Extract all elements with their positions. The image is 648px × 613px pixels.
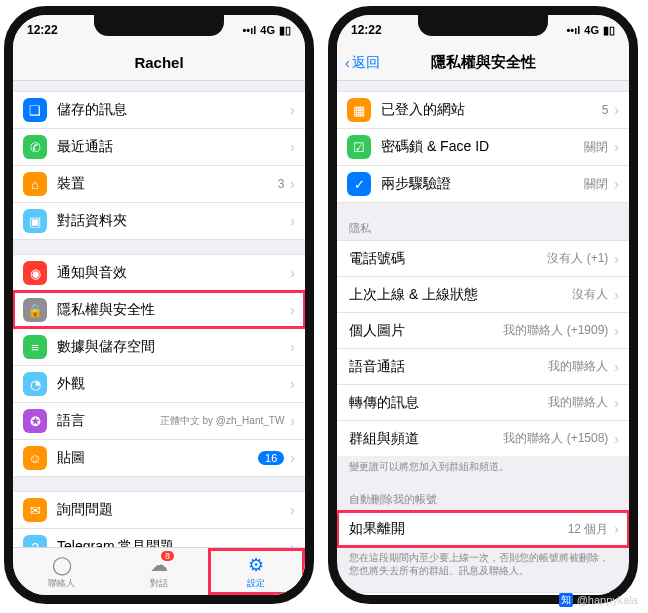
zhihu-icon: 知 (559, 593, 573, 607)
faq-icon: ? (23, 535, 47, 547)
lock-icon: 🔒 (23, 298, 47, 322)
page-title: Rachel (134, 54, 183, 71)
row-ask-question[interactable]: ✉ 詢問問題 › (13, 491, 305, 528)
row-label: 語音通話 (349, 358, 548, 376)
row-phone-number[interactable]: 電話號碼 沒有人 (+1) › (337, 240, 629, 276)
row-label: 對話資料夾 (57, 212, 290, 230)
row-profile-photo[interactable]: 個人圖片 我的聯絡人 (+1909) › (337, 312, 629, 348)
settings-group: ◉ 通知與音效 › 🔒 隱私權與安全性 › ≡ 數據與儲存空間 › ◔ 外觀 ›… (13, 254, 305, 477)
row-label: 如果離開 (349, 520, 568, 538)
row-passcode[interactable]: ☑ 密碼鎖 & Face ID 關閉 › (337, 128, 629, 165)
row-label: 數據與儲存空間 (57, 338, 290, 356)
chevron-right-icon: › (614, 139, 619, 155)
row-recent-calls[interactable]: ✆ 最近通話 › (13, 128, 305, 165)
row-saved-messages[interactable]: ❑ 儲存的訊息 › (13, 91, 305, 128)
row-notifications[interactable]: ◉ 通知與音效 › (13, 254, 305, 291)
row-detail: 關閉 (584, 139, 608, 156)
chevron-right-icon: › (614, 176, 619, 192)
row-detail: 沒有人 (572, 286, 608, 303)
chevron-right-icon: › (290, 502, 295, 518)
tab-chats[interactable]: ☁ 8 對話 (110, 548, 207, 595)
privacy-list[interactable]: ▦ 已登入的網站 5 › ☑ 密碼鎖 & Face ID 關閉 › ✓ 兩步驟驗… (337, 81, 629, 595)
contacts-icon: ◯ (52, 554, 72, 576)
row-label: 通知與音效 (57, 264, 290, 282)
back-label: 返回 (352, 54, 380, 72)
row-label: 群組與頻道 (349, 430, 503, 448)
chevron-left-icon: ‹ (345, 55, 350, 71)
row-detail: 關閉 (584, 176, 608, 193)
row-language[interactable]: ✪ 語言 正體中文 by @zh_Hant_TW › (13, 402, 305, 439)
network-label: 4G (584, 24, 599, 36)
phone-icon: ✆ (23, 135, 47, 159)
row-detail: 我的聯絡人 (+1909) (503, 322, 608, 339)
sticker-icon: ☺ (23, 446, 47, 470)
bookmark-icon: ❑ (23, 98, 47, 122)
row-label: 個人圖片 (349, 322, 503, 340)
settings-group: ✉ 詢問問題 › ? Telegram 常見問題 › ★ 功能特色 › (13, 491, 305, 547)
row-label: Telegram 常見問題 (57, 538, 290, 547)
chevron-right-icon: › (290, 376, 295, 392)
group-footer: 您在這段期間內至少要上線一次，否則您的帳號將被刪除，您也將失去所有的群組、訊息及… (337, 547, 629, 578)
row-label: 兩步驟驗證 (381, 175, 584, 193)
row-detail: 我的聯絡人 (548, 394, 608, 411)
row-last-seen[interactable]: 上次上線 & 上線狀態 沒有人 › (337, 276, 629, 312)
row-data-storage[interactable]: ≡ 數據與儲存空間 › (13, 328, 305, 365)
phone-right: 12:22 ••ıl 4G ▮▯ ‹ 返回 隱私權與安全性 ▦ 已登入的網站 5… (328, 6, 638, 604)
chevron-right-icon: › (614, 359, 619, 375)
row-devices[interactable]: ⌂ 裝置 3 › (13, 165, 305, 202)
row-chat-folders[interactable]: ▣ 對話資料夾 › (13, 202, 305, 240)
row-active-sessions[interactable]: ▦ 已登入的網站 5 › (337, 91, 629, 128)
group-header: 自動刪除我的帳號 (337, 488, 629, 511)
tab-label: 對話 (150, 577, 168, 590)
chevron-right-icon: › (290, 339, 295, 355)
row-if-away[interactable]: 如果離開 12 個月 › (337, 511, 629, 547)
count-badge: 16 (258, 451, 284, 465)
row-label: 語言 (57, 412, 160, 430)
row-detail: 沒有人 (+1) (547, 250, 608, 267)
question-icon: ✉ (23, 498, 47, 522)
chevron-right-icon: › (290, 265, 295, 281)
tab-settings[interactable]: ⚙ 設定 (208, 548, 305, 595)
back-button[interactable]: ‹ 返回 (345, 54, 380, 72)
bell-icon: ◉ (23, 261, 47, 285)
row-label: 貼圖 (57, 449, 258, 467)
row-stickers[interactable]: ☺ 貼圖 16 › (13, 439, 305, 477)
tab-contacts[interactable]: ◯ 聯絡人 (13, 548, 110, 595)
row-detail: 3 (278, 177, 285, 191)
chevron-right-icon: › (290, 213, 295, 229)
row-label: 最近通話 (57, 138, 290, 156)
privacy-group: 隱私 電話號碼 沒有人 (+1) › 上次上線 & 上線狀態 沒有人 › 個人圖… (337, 217, 629, 474)
tab-label: 聯絡人 (48, 577, 75, 590)
phone-left: 12:22 ••ıl 4G ▮▯ Rachel ❑ 儲存的訊息 › ✆ 最近通話… (4, 6, 314, 604)
row-groups[interactable]: 群組與頻道 我的聯絡人 (+1508) › (337, 420, 629, 456)
row-label: 轉傳的訊息 (349, 394, 548, 412)
auto-delete-group: 自動刪除我的帳號 如果離開 12 個月 › 您在這段期間內至少要上線一次，否則您… (337, 488, 629, 578)
tab-bar: ◯ 聯絡人 ☁ 8 對話 ⚙ 設定 (13, 547, 305, 595)
row-label: 外觀 (57, 375, 290, 393)
folder-icon: ▣ (23, 209, 47, 233)
faceid-icon: ☑ (347, 135, 371, 159)
row-label: 儲存的訊息 (57, 101, 290, 119)
battery-icon: ▮▯ (279, 24, 291, 37)
notch (94, 14, 224, 36)
settings-group: ❑ 儲存的訊息 › ✆ 最近通話 › ⌂ 裝置 3 › ▣ 對話資料夾 › (13, 91, 305, 240)
row-detail: 我的聯絡人 (+1508) (503, 430, 608, 447)
row-forwarded[interactable]: 轉傳的訊息 我的聯絡人 › (337, 384, 629, 420)
row-privacy-security[interactable]: 🔒 隱私權與安全性 › (13, 291, 305, 328)
row-two-step[interactable]: ✓ 兩步驟驗證 關閉 › (337, 165, 629, 203)
chevron-right-icon: › (290, 450, 295, 466)
status-time: 12:22 (27, 23, 58, 37)
navbar: Rachel (13, 45, 305, 81)
settings-list[interactable]: ❑ 儲存的訊息 › ✆ 最近通話 › ⌂ 裝置 3 › ▣ 對話資料夾 › (13, 81, 305, 547)
watermark: 知 @happykala (559, 593, 638, 607)
chevron-right-icon: › (614, 395, 619, 411)
row-appearance[interactable]: ◔ 外觀 › (13, 365, 305, 402)
row-detail: 12 個月 (568, 521, 609, 538)
battery-icon: ▮▯ (603, 24, 615, 37)
row-voice-calls[interactable]: 語音通話 我的聯絡人 › (337, 348, 629, 384)
row-detail: 5 (602, 103, 609, 117)
device-icon: ⌂ (23, 172, 47, 196)
row-label: 詢問問題 (57, 501, 290, 519)
chevron-right-icon: › (614, 251, 619, 267)
row-faq[interactable]: ? Telegram 常見問題 › (13, 528, 305, 547)
